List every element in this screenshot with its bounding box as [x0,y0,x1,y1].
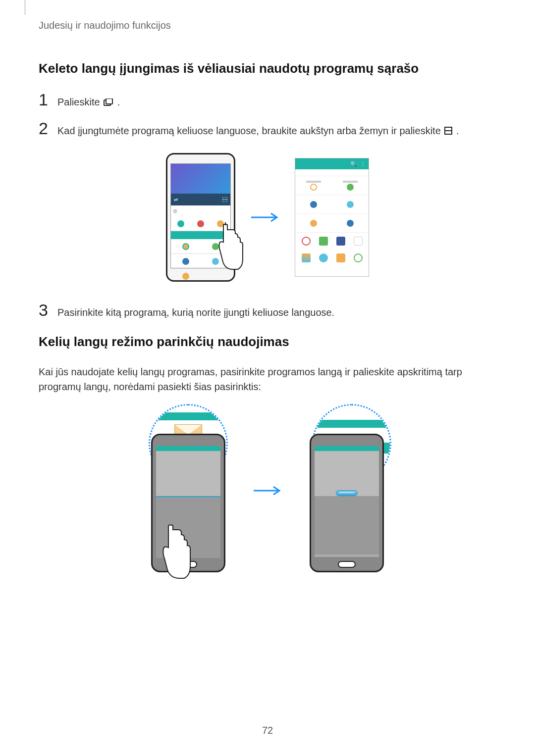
step-1-after: . [117,97,120,107]
mail-icon [336,253,345,262]
multiwindow-icon [222,195,227,204]
page-number: 72 [262,725,273,736]
section-breadcrumb: Judesių ir naudojimo funkcijos [39,20,496,31]
pill-handle-small [336,490,358,496]
video-icon [182,258,189,265]
step-1-text: Palieskite . [57,92,120,110]
video-icon [310,201,317,208]
hand-tap-icon [159,523,193,582]
heading-multiwindow-from-recents: Keleto langų įjungimas iš vėliausiai nau… [39,61,496,76]
download-icon [347,220,354,227]
docs-icon [182,273,189,280]
swap-icon: ⇄ [174,197,178,202]
step-2-before: Kad įjungtumėte programą keliuose languo… [57,125,443,136]
galaxy-icon [354,237,363,246]
music-icon [212,258,219,265]
sound-icon [197,220,204,227]
play-icon [354,253,363,262]
step-3: 3 Pasirinkite kitą programą, kurią norit… [39,302,496,319]
phone-handle-before: 🔍 [144,409,233,572]
options-description: Kai jūs naudojate kelių langų programas,… [39,364,496,394]
phone-after-panel: 🔍 ⋮ [295,158,369,277]
step-2-after: . [456,125,459,136]
phone-handle-after: ⇄ ⧉ ⤢ ⛶ ✕ 🔍 [302,409,391,572]
image-icon [212,243,219,250]
music-icon [347,201,354,208]
step-1-before: Palieskite [57,97,103,107]
record-icon [302,237,311,246]
app-icon [319,237,328,246]
recent-apps-icon [104,96,113,110]
facebook-icon [336,237,345,246]
clock-icon [310,184,317,191]
image-icon [347,184,354,191]
gallery-icon [302,253,311,262]
step-2: 2 Kad įjungtumėte programą keliuose lang… [39,120,496,139]
step-1: 1 Palieskite . [39,91,496,110]
svg-rect-1 [106,99,112,104]
step-3-text: Pasirinkite kitą programą, kurią norite … [57,302,334,319]
figure-multiwindow-handle: 🔍 [39,409,496,572]
figure-swipe-to-multiwindow: ⇄ ⚙ [39,153,496,282]
step-2-text: Kad įjungtumėte programą keliuose languo… [57,121,459,139]
home-button [338,561,356,568]
step-number: 3 [39,302,57,318]
docs-icon [310,220,317,227]
browser-icon [319,253,328,262]
arrow-icon [253,486,282,496]
multiwindow-icon [444,124,452,138]
step-number: 1 [39,91,57,108]
phone-before: ⇄ ⚙ [166,153,235,282]
more-icon: ⋮ [360,161,366,167]
search-icon: 🔍 [350,161,357,167]
step-number: 2 [39,120,57,137]
chart-icon [177,220,184,227]
folder-icon [217,220,224,227]
heading-multiwindow-options: Kelių langų režimo parinkčių naudojimas [39,334,496,350]
gear-icon: ⚙ [173,208,177,214]
clock-icon [182,243,189,250]
arrow-icon [250,212,280,222]
